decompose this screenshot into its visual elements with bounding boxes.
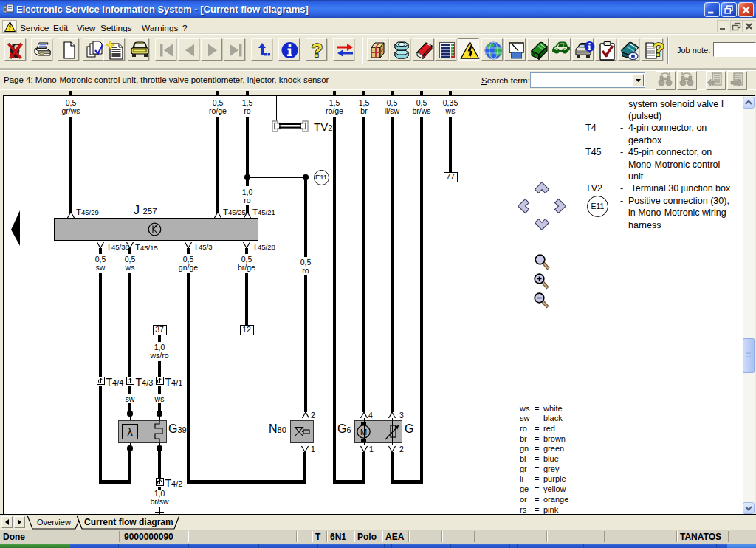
svg-text:?: ?	[653, 41, 664, 61]
svg-text:?: ?	[312, 41, 323, 60]
